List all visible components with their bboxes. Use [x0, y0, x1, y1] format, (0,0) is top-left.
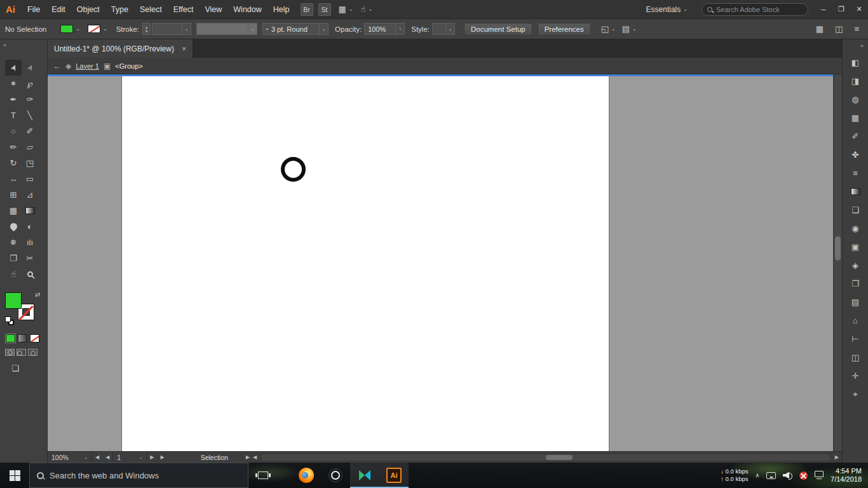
default-fill-stroke-icon[interactable]: [5, 316, 14, 325]
stepper-down-icon[interactable]: ▾: [146, 29, 147, 33]
taskbar-search-input[interactable]: Search the web and Windows: [29, 463, 248, 488]
adobe-stock-search-input[interactable]: Search Adobe Stock: [702, 3, 808, 16]
type-tool[interactable]: T: [5, 107, 22, 123]
horizontal-scrollbar[interactable]: [261, 454, 831, 461]
none-button[interactable]: [30, 334, 39, 342]
alert-tray-icon[interactable]: [799, 471, 808, 480]
artboard-tool[interactable]: ❐: [5, 250, 22, 266]
firefox-taskbar-button[interactable]: [292, 463, 321, 488]
align-panel[interactable]: ⊢: [847, 334, 864, 344]
collapse-tools-button[interactable]: «: [0, 39, 47, 50]
stock-button[interactable]: St: [318, 3, 331, 16]
touch-workspace-button[interactable]: ☝ ⌄: [361, 4, 373, 14]
stroke-panel[interactable]: ≡: [847, 168, 864, 178]
selection-tool[interactable]: ➤: [5, 60, 22, 76]
scale-tool[interactable]: ◳: [22, 155, 38, 171]
monitor-tray-icon[interactable]: [766, 472, 776, 479]
draw-behind-button[interactable]: [17, 349, 26, 356]
brushes-panel[interactable]: ✐: [847, 131, 864, 141]
vertical-scroll-thumb[interactable]: [835, 236, 841, 261]
variable-width-profile-select[interactable]: • 3 pt. Round ⌄: [262, 23, 329, 35]
document-tab[interactable]: Untitled-1* @ 100% (RGB/Preview) ✕: [48, 39, 193, 58]
draw-inside-button[interactable]: [28, 349, 37, 356]
pen-tool[interactable]: ✒: [5, 92, 22, 107]
direct-selection-tool[interactable]: ➤: [22, 60, 38, 76]
artboards-panel[interactable]: ❐: [847, 278, 864, 288]
screen-mode-button[interactable]: ❏: [9, 363, 22, 373]
lasso-tool[interactable]: ℘: [22, 76, 38, 92]
layers-panel[interactable]: ◈: [847, 260, 864, 270]
artboard-options-button[interactable]: ◱ ⌄: [601, 24, 616, 34]
scroll-right-button[interactable]: ▶: [832, 454, 842, 460]
color-button[interactable]: [6, 334, 15, 342]
swatches-panel[interactable]: ▦: [847, 112, 864, 123]
menu-object[interactable]: Object: [71, 5, 105, 14]
illustrator-logo[interactable]: Ai: [0, 4, 22, 15]
color-themes-panel[interactable]: ◍: [847, 94, 864, 104]
back-arrow-icon[interactable]: ←: [53, 62, 61, 71]
last-artboard-button[interactable]: ▶: [157, 454, 167, 460]
menu-edit[interactable]: Edit: [46, 5, 71, 14]
breadcrumb-layer[interactable]: Layer 1: [76, 62, 99, 70]
restore-button[interactable]: ❐: [832, 0, 850, 19]
chevron-down-icon[interactable]: ⌄: [319, 24, 328, 34]
panel-grid-icon[interactable]: ▦: [816, 24, 824, 34]
eyedropper-tool[interactable]: [5, 219, 22, 234]
menu-select[interactable]: Select: [134, 5, 168, 14]
first-artboard-button[interactable]: ◀: [92, 454, 102, 460]
blend-tool[interactable]: ◐: [22, 219, 38, 234]
brush-definition-select[interactable]: ⌄: [196, 23, 257, 35]
tab-close-icon[interactable]: ✕: [182, 46, 187, 52]
pathfinder-panel[interactable]: ◫: [847, 352, 864, 362]
draw-normal-button[interactable]: [5, 349, 15, 356]
menu-help[interactable]: Help: [268, 5, 295, 14]
minimize-button[interactable]: ─: [815, 0, 832, 19]
curvature-tool[interactable]: ✑: [22, 92, 38, 107]
shaper-tool[interactable]: ✏: [5, 139, 22, 155]
swap-fill-stroke-icon[interactable]: ⇄: [35, 291, 40, 298]
task-view-button[interactable]: [248, 463, 278, 488]
selected-path-highlight[interactable]: [48, 74, 833, 76]
gradient-panel[interactable]: [847, 186, 864, 196]
fill-color-swatch[interactable]: [5, 292, 22, 309]
stroke-width-stepper[interactable]: ▴ ▾: [142, 23, 151, 35]
scroll-left-button[interactable]: ◀: [250, 454, 260, 460]
gradient-button[interactable]: [18, 334, 27, 342]
color-guide-panel[interactable]: ◨: [847, 76, 864, 86]
media-app-taskbar-button[interactable]: [350, 463, 379, 488]
volume-icon[interactable]: [783, 471, 792, 480]
align-options-button[interactable]: ▤ ⌄: [622, 24, 637, 34]
hidden-icons-chevron[interactable]: ∧: [755, 472, 759, 478]
shape-builder-tool[interactable]: ⊞: [5, 187, 22, 203]
chevron-down-icon[interactable]: ⌄: [76, 26, 80, 32]
hand-tool[interactable]: ☝: [5, 266, 22, 282]
lens-app-taskbar-button[interactable]: [321, 463, 350, 488]
next-artboard-button[interactable]: ▶: [147, 454, 157, 460]
canvas[interactable]: [48, 74, 833, 451]
opacity-input[interactable]: 100% ›: [364, 23, 405, 35]
line-segment-tool[interactable]: ╲: [22, 107, 38, 123]
bridge-button[interactable]: Br: [301, 3, 313, 16]
perspective-grid-tool[interactable]: ⊿: [22, 187, 38, 203]
expand-panels-button[interactable]: »: [843, 39, 868, 51]
close-button[interactable]: ✕: [850, 0, 868, 19]
chevron-down-icon[interactable]: ⌄: [445, 24, 454, 34]
chevron-down-icon[interactable]: ⌄: [248, 24, 257, 34]
style-select[interactable]: ⌄: [432, 23, 455, 35]
zoom-tool[interactable]: [22, 266, 38, 282]
menu-view[interactable]: View: [199, 5, 227, 14]
chevron-down-icon[interactable]: ⌄: [182, 24, 191, 34]
start-button[interactable]: [0, 463, 29, 488]
column-graph-tool[interactable]: ılı: [22, 234, 38, 250]
paintbrush-tool[interactable]: ✐: [22, 123, 38, 139]
menu-type[interactable]: Type: [105, 5, 134, 14]
width-tool[interactable]: ↔: [5, 171, 22, 187]
previous-artboard-button[interactable]: ◀: [102, 454, 112, 460]
graphic-styles-panel[interactable]: ▣: [847, 241, 864, 252]
eraser-tool[interactable]: ▱: [22, 139, 38, 155]
style-label[interactable]: Style:: [411, 25, 430, 33]
appearance-panel[interactable]: ◉: [847, 223, 864, 233]
free-transform-tool[interactable]: ▭: [22, 171, 38, 187]
color-panel[interactable]: ◧: [847, 57, 864, 67]
artboard[interactable]: [122, 76, 609, 451]
